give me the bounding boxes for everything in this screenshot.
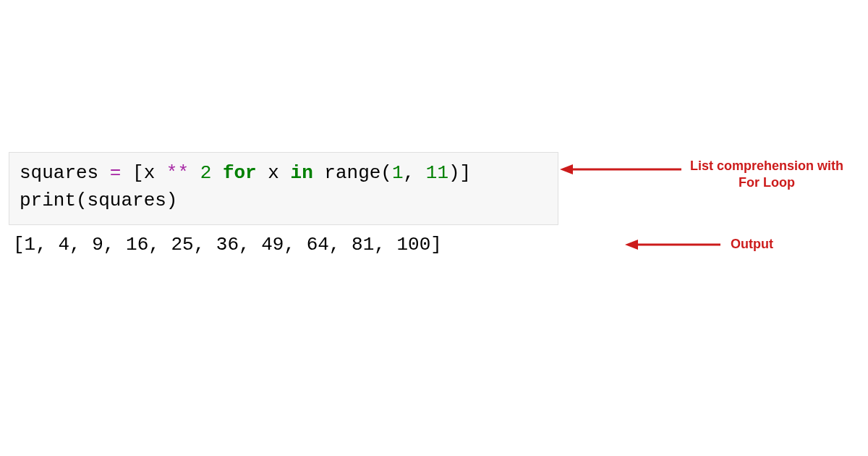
token-num-1: 1 — [392, 162, 404, 184]
token-comma: , — [404, 162, 426, 184]
token-op-eq: = — [110, 162, 122, 184]
annotation-output: Output — [731, 236, 773, 253]
token-space2 — [211, 162, 223, 184]
token-space — [189, 162, 200, 184]
code-line-2: print(squares) — [20, 190, 177, 211]
code-line-1: squares = [x ** 2 for x in range(1, 11)] — [20, 162, 471, 184]
svg-marker-1 — [560, 164, 573, 174]
token-kw-for: for — [223, 162, 257, 184]
svg-marker-3 — [625, 240, 638, 250]
token-var: squares — [20, 162, 110, 184]
arrow-top-icon — [558, 162, 689, 177]
output-text: [1, 4, 9, 16, 25, 36, 49, 64, 81, 100] — [13, 232, 442, 259]
token-bracket-close: )] — [448, 162, 471, 184]
token-kw-in: in — [291, 162, 313, 184]
token-num-11: 11 — [426, 162, 448, 184]
token-range-open: range( — [313, 162, 392, 184]
code-cell: squares = [x ** 2 for x in range(1, 11)]… — [9, 152, 558, 225]
token-bracket-open: [x — [121, 162, 166, 184]
arrow-bottom-icon — [624, 237, 725, 252]
token-op-pow: ** — [166, 162, 189, 184]
token-num-2: 2 — [200, 162, 212, 184]
token-x: x — [257, 162, 291, 184]
annotation-list-comprehension: List comprehension with For Loop — [687, 158, 846, 190]
